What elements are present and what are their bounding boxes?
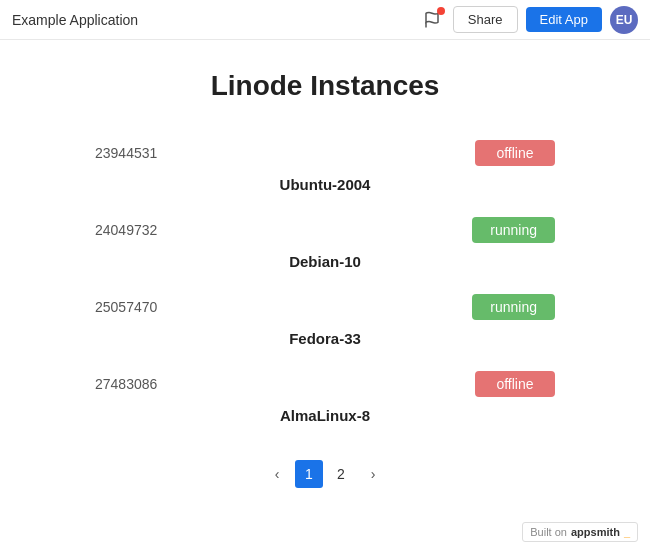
brand-cursor: _	[624, 526, 630, 538]
instance-id: 24049732	[95, 222, 175, 238]
footer-watermark: Built on appsmith_	[522, 522, 638, 542]
instance-id: 23944531	[95, 145, 175, 161]
edit-app-button[interactable]: Edit App	[526, 7, 602, 32]
flag-badge	[437, 7, 445, 15]
pagination: ‹ 1 2 ›	[263, 460, 387, 488]
instance-name-row: Ubuntu-2004	[75, 176, 575, 193]
instance-name: Fedora-33	[289, 330, 361, 347]
instance-row: 27483086offline	[75, 363, 575, 405]
instance-name-row: Fedora-33	[75, 330, 575, 347]
status-badge: running	[472, 294, 555, 320]
instance-name-row: AlmaLinux-8	[75, 407, 575, 424]
status-badge: running	[472, 217, 555, 243]
avatar[interactable]: EU	[610, 6, 638, 34]
instance-row: 25057470running	[75, 286, 575, 328]
instance-block: 24049732runningDebian-10	[75, 209, 575, 280]
next-page-button[interactable]: ›	[359, 460, 387, 488]
status-badge: offline	[475, 371, 555, 397]
app-title: Example Application	[12, 12, 138, 28]
page-1-button[interactable]: 1	[295, 460, 323, 488]
instance-block: 27483086offlineAlmaLinux-8	[75, 363, 575, 434]
instance-row: 24049732running	[75, 209, 575, 251]
instance-name-row: Debian-10	[75, 253, 575, 270]
prev-page-button[interactable]: ‹	[263, 460, 291, 488]
instance-name: Ubuntu-2004	[280, 176, 371, 193]
instance-name: AlmaLinux-8	[280, 407, 370, 424]
page-2-button[interactable]: 2	[327, 460, 355, 488]
instance-block: 23944531offlineUbuntu-2004	[75, 132, 575, 203]
instance-name: Debian-10	[289, 253, 361, 270]
header-left: Example Application	[12, 12, 138, 28]
flag-button[interactable]	[419, 7, 445, 33]
instance-id: 27483086	[95, 376, 175, 392]
instance-block: 25057470runningFedora-33	[75, 286, 575, 357]
main-content: Linode Instances 23944531offlineUbuntu-2…	[0, 40, 650, 508]
brand-name: appsmith	[571, 526, 620, 538]
header-right: Share Edit App EU	[419, 6, 638, 34]
status-badge: offline	[475, 140, 555, 166]
instance-id: 25057470	[95, 299, 175, 315]
header: Example Application Share Edit App EU	[0, 0, 650, 40]
page-title: Linode Instances	[211, 70, 440, 102]
instance-row: 23944531offline	[75, 132, 575, 174]
share-button[interactable]: Share	[453, 6, 518, 33]
built-on-label: Built on	[530, 526, 567, 538]
instance-list: 23944531offlineUbuntu-200424049732runnin…	[75, 132, 575, 440]
